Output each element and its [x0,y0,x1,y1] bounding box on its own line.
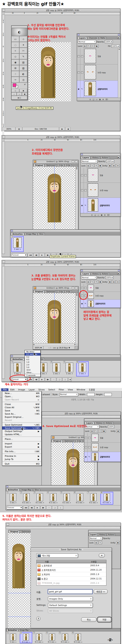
palette-button-icon[interactable]: ▣ [99,98,101,100]
tab-animation[interactable]: Animation [11,232,24,235]
height-field[interactable] [104,393,112,396]
palette-button-icon[interactable]: ▭ [98,214,99,216]
animation-frame[interactable]: 5 0.1 sec. [59,632,71,643]
scroll-right-icon[interactable]: ▶ [74,344,76,346]
unify-visibility-icon[interactable]: ◉ [112,164,116,167]
animation-frame[interactable]: 2 0.1 sec. [20,632,32,643]
layer-row-hair-selected[interactable]: ◉ ✎ 금발머리여자 [84,452,120,462]
frame-delay-select[interactable]: 1 sec. [11,248,24,250]
quickmask-mode-icon[interactable]: ▣ [20,89,28,92]
tab-actions[interactable]: Actions [107,533,116,536]
unify-style-icon[interactable]: ◈ [116,164,120,167]
menu-bar-item[interactable]: Layer [27,388,36,391]
play-button[interactable]: ▶ [35,506,40,510]
tool-icon[interactable]: ⊹ [20,36,28,42]
file-menu-item[interactable]: Close ⌘W [2,402,42,406]
blend-mode-select[interactable]: Normal⇕ [89,536,102,540]
canvas-transparency-area[interactable] [28,42,71,102]
document-titlebar[interactable]: Untitled-1 @ 300% (Origi… [33,286,78,290]
file-menu-item[interactable] [2,449,41,449]
file-menu-item[interactable] [2,454,41,454]
tool-icon[interactable]: ✄ [20,48,28,54]
delete-frame-button[interactable]: ▯ [62,378,68,381]
lock-transparency-icon[interactable]: ▨ [94,541,98,544]
palette-drag-bar[interactable] [10,230,120,232]
lock-all-icon[interactable]: ● [102,430,106,432]
document-canvas[interactable] [8,533,30,637]
standard-mode-icon[interactable]: ◻ [12,89,20,92]
tab-optimized[interactable]: Optimized [45,164,57,166]
save-button[interactable]: 저장 [98,618,111,622]
frame-delay-select[interactable]: 1 sec. [11,372,24,374]
frame-delay-select[interactable]: 0.1 sec. [60,502,73,504]
tab-animation[interactable]: Animation [6,488,20,491]
animation-frame[interactable]: 7 0.1 sec. [87,492,100,504]
unify-position-icon[interactable]: ▣ [108,164,112,167]
frame-delay-select[interactable]: 0.1 sec. [34,502,46,504]
animation-frame[interactable]: 3 0.1 sec. [33,632,45,643]
menu-bar-item[interactable]: File [1,388,8,391]
delay-menu-item[interactable]: 0.2 [25,356,40,358]
tool-icon[interactable]: ◌ [12,42,20,48]
lock-all-icon[interactable]: ● [98,164,102,167]
tab-layers[interactable]: Layers [89,533,98,536]
delay-menu-item[interactable]: No delay [25,350,40,353]
animation-frame[interactable]: 1 1 sec. [11,361,24,376]
frame-delay-select[interactable]: 1 sec. [63,372,76,374]
file-menu-item[interactable]: Save ⌘S [2,409,42,412]
layer-name[interactable]: 금발머리여자 [99,452,110,462]
layer-name[interactable]: 입술 [99,168,103,182]
file-menu-item[interactable] [2,402,41,402]
unify-position-icon[interactable]: ▣ [116,541,120,544]
column-date[interactable]: 수정일 [91,560,106,563]
unify-style-icon[interactable]: ◈ [116,280,120,284]
animation-frame[interactable]: 5 0.1 sec. [60,492,73,504]
tab-animation[interactable]: Animation [11,358,24,360]
previous-frame-button[interactable]: ◀▮ [34,253,39,257]
window-titlebar[interactable]: 금발 copy @ 300% (금발머리여자, RGB) [2,260,120,264]
settings-select[interactable]: Default Settings ⇕ [48,603,93,608]
scroll-left-icon[interactable]: ◀ [66,127,70,130]
delay-menu-item[interactable]: Other… [25,371,40,374]
animation-frame[interactable]: 6 0.1 sec. [72,632,84,643]
shortcuts-button[interactable]: ▾ [99,554,105,558]
file-menu-item[interactable] [2,436,41,437]
tab-paths[interactable]: Paths [99,36,106,39]
file-menu-item[interactable] [2,441,41,442]
layer-row-hair-selected[interactable]: ◉ ✎ 금발머리여자 [77,80,118,98]
file-menu-item[interactable]: Jump To ▶ [2,458,42,461]
lock-transparency-icon[interactable]: ▨ [90,430,94,432]
lock-paint-icon[interactable]: ✎ [90,280,94,284]
tab-original[interactable]: Original [52,440,62,442]
layer-row-brows[interactable]: 눈섭 copy [77,64,118,80]
animation-frame[interactable]: 8 0.5 sec. [100,492,113,504]
visibility-cell[interactable] [84,442,88,452]
width-field[interactable] [87,393,94,396]
link-cell[interactable] [84,168,87,182]
tab-animation[interactable]: Animation [6,629,18,631]
palette-button-icon[interactable]: ❑ [94,214,96,216]
tab-image-map[interactable]: Image Map [18,629,30,631]
menu-bar-item[interactable]: 도움말 [87,388,96,391]
next-frame-button[interactable]: ▮▶ [45,378,50,381]
palette-button-icon[interactable]: ⊕ [104,214,106,216]
document-titlebar[interactable]: Untitled-1 @ 300% (Origi… [33,160,78,164]
previous-frame-button[interactable]: ◀▮ [29,506,34,510]
lock-position-icon[interactable]: ✛ [91,44,94,48]
tab-original[interactable]: Original [9,530,20,533]
menu-bar-item[interactable]: Select [46,388,57,391]
tab-layers[interactable]: Layers [78,36,87,39]
file-menu-item[interactable]: Import ▶ [2,442,42,445]
tab-actions[interactable]: Actions [100,156,110,159]
layer-name[interactable]: 입술 [96,48,101,64]
frame-delay-select[interactable]: 1 sec. [50,372,62,374]
tab-2up[interactable]: 2-Up [76,440,82,442]
delay-menu-item[interactable]: 1 seconds [25,374,40,376]
delay-menu-item[interactable]: 2.0 [25,364,40,366]
menu-bar-item[interactable]: Edit [8,388,16,391]
layer-name[interactable]: 입술 [94,284,99,292]
visibility-cell[interactable]: ◉ [80,300,84,308]
tab-original[interactable]: Original [34,164,44,166]
file-menu-item[interactable]: File Info… ⇧⌘K [2,450,42,453]
visibility-cell[interactable] [80,168,84,182]
